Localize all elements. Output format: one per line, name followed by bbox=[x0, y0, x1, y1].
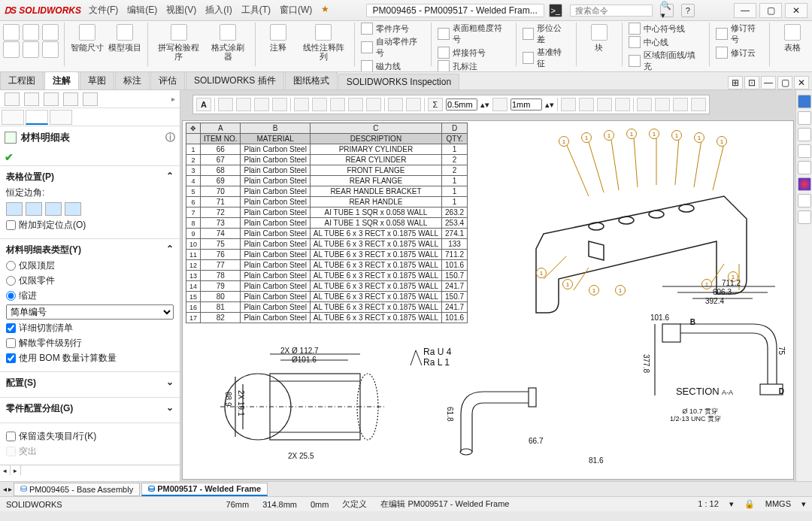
graphics-area[interactable]: A Σ ▴▾ ▴▾ bbox=[180, 90, 795, 481]
settings-icon[interactable] bbox=[42, 41, 59, 58]
table-corner[interactable]: ✥ bbox=[186, 123, 201, 134]
hud-align-justify-icon[interactable] bbox=[272, 98, 287, 111]
tab-markup[interactable]: 标注 bbox=[115, 71, 150, 89]
ribbon-gtol[interactable]: 形位公差 bbox=[523, 23, 570, 45]
corner-bl[interactable] bbox=[45, 202, 62, 216]
balloon[interactable]: 1 bbox=[559, 136, 569, 147]
ribbon-centerline[interactable]: 中心线 bbox=[629, 36, 668, 48]
table-row[interactable]: 570Plain Carbon SteelREAR HANDLE BRACKET… bbox=[186, 186, 468, 197]
ribbon-spell[interactable]: 拼写检验程序 bbox=[154, 23, 203, 61]
table-row[interactable]: 1681Plain Carbon SteelAL TUBE 6 x 3 RECT… bbox=[186, 302, 468, 313]
table-row[interactable]: 772Plain Carbon SteelAI TUBE 1 SQR x 0.0… bbox=[186, 207, 468, 218]
tp-file-explorer-icon[interactable] bbox=[798, 144, 811, 158]
maximize-button[interactable]: ▢ bbox=[759, 3, 782, 18]
table-row[interactable]: 1782Plain Carbon SteelAL TUBE 6 x 3 RECT… bbox=[186, 313, 468, 323]
scroll-right-icon[interactable]: ▸ bbox=[11, 465, 21, 475]
ribbon-smart-dim[interactable]: 智能尺寸 bbox=[71, 23, 104, 52]
status-units[interactable]: MMGS bbox=[765, 499, 791, 509]
status-scale-menu-icon[interactable]: ▾ bbox=[729, 499, 734, 509]
table-row[interactable]: 1277Plain Carbon SteelAL TUBE 6 x 3 RECT… bbox=[186, 260, 468, 271]
ribbon-center-mark[interactable]: 中心符号线 bbox=[629, 23, 685, 35]
pm-tab-3[interactable] bbox=[50, 110, 72, 125]
ribbon-surface-finish[interactable]: 表面粗糙度符号 bbox=[438, 23, 510, 45]
tp-resources-icon[interactable] bbox=[798, 95, 811, 108]
check-keep-missing[interactable]: 保留遗失项目/行(K) bbox=[6, 430, 174, 443]
hud-btn20[interactable] bbox=[691, 98, 706, 111]
ok-button[interactable]: ✔ bbox=[5, 151, 14, 163]
status-scale[interactable]: 1 : 12 bbox=[698, 499, 719, 509]
print-icon[interactable] bbox=[3, 41, 20, 58]
hud-btn7[interactable] bbox=[330, 98, 345, 111]
doc-tab-2[interactable]: ⛁PM009517 - Welded Frame bbox=[141, 483, 268, 496]
ribbon-tables[interactable]: 表格 bbox=[776, 23, 809, 52]
radio-top-only[interactable]: 仅限顶层 bbox=[6, 259, 174, 272]
ribbon-balloon[interactable]: 零件序号 bbox=[361, 23, 409, 35]
balloon[interactable]: 1 bbox=[615, 285, 626, 295]
collapse-icon[interactable]: ⌃ bbox=[166, 244, 174, 256]
tab-sheet-format[interactable]: 图纸格式 bbox=[285, 71, 338, 89]
tp-home-icon[interactable] bbox=[798, 111, 811, 125]
status-units-menu-icon[interactable]: ▾ bbox=[801, 499, 806, 509]
hud-stepper-1[interactable]: ▴▾ bbox=[480, 100, 489, 110]
doc-next-icon[interactable]: ▸ bbox=[8, 485, 12, 493]
check-strike[interactable]: 突出 bbox=[6, 445, 174, 458]
bom-header[interactable]: QTY. bbox=[442, 134, 468, 144]
col-header[interactable]: B bbox=[241, 123, 310, 134]
tab-evaluate[interactable]: 评估 bbox=[150, 71, 185, 89]
hud-input-2[interactable] bbox=[511, 98, 542, 111]
hud-stepper-2[interactable]: ▴▾ bbox=[545, 100, 554, 110]
menu-insert[interactable]: 插入(I) bbox=[205, 4, 232, 17]
table-row[interactable]: 671Plain Carbon SteelREAR HANDLE1 bbox=[186, 197, 468, 207]
search-input[interactable] bbox=[575, 6, 647, 15]
doc-prev-icon[interactable]: ◂ bbox=[3, 485, 7, 493]
ribbon-format-painter[interactable]: 格式涂刷器 bbox=[208, 23, 248, 61]
balloon[interactable]: 1 bbox=[649, 129, 659, 139]
check-use-bom-qty[interactable]: 使用 BOM 数量计算数量 bbox=[6, 352, 174, 365]
bom-header[interactable]: DESCRIPTION bbox=[310, 134, 441, 144]
menu-edit[interactable]: 编辑(E) bbox=[127, 4, 157, 17]
table-row[interactable]: 368Plain Carbon SteelFRONT FLANGE2 bbox=[186, 165, 468, 176]
hud-btn13[interactable] bbox=[561, 98, 576, 111]
pm-tab-2[interactable] bbox=[26, 110, 48, 125]
child-cascade-icon[interactable]: ⊡ bbox=[744, 76, 759, 89]
hud-font-icon[interactable]: A bbox=[196, 98, 211, 111]
col-header[interactable]: A bbox=[201, 123, 241, 134]
ribbon-linear-pattern[interactable]: 线性注释阵列 bbox=[299, 23, 348, 61]
ribbon-block[interactable]: 块 bbox=[583, 23, 616, 52]
hud-btn17[interactable] bbox=[637, 98, 652, 111]
ribbon-rev-symbol[interactable]: 修订符号 bbox=[716, 23, 763, 45]
scroll-left-icon[interactable]: ◂ bbox=[0, 465, 11, 475]
open-icon[interactable] bbox=[23, 24, 39, 41]
fm-tab-3[interactable] bbox=[44, 92, 59, 106]
corner-tr[interactable] bbox=[26, 202, 42, 216]
hud-btn6[interactable] bbox=[312, 98, 327, 111]
fm-tab-1[interactable] bbox=[5, 92, 20, 106]
child-tile-icon[interactable]: ⊞ bbox=[728, 76, 743, 89]
ribbon-model-items[interactable]: 模型项目 bbox=[108, 23, 141, 52]
hud-input-1[interactable] bbox=[446, 98, 477, 111]
hud-btn11[interactable] bbox=[406, 98, 421, 111]
menu-view[interactable]: 视图(V) bbox=[166, 4, 196, 17]
help-icon[interactable]: ? bbox=[681, 4, 695, 17]
ribbon-hatch[interactable]: 区域剖面线/填充 bbox=[629, 50, 703, 72]
balloon[interactable]: 1 bbox=[604, 130, 614, 141]
bom-header[interactable]: MATERIAL bbox=[241, 134, 310, 144]
ribbon-weld-symbol[interactable]: 焊接符号 bbox=[438, 47, 486, 59]
child-min-button[interactable]: — bbox=[761, 76, 776, 89]
child-max-button[interactable]: ▢ bbox=[777, 76, 792, 89]
menu-file[interactable]: 文件(F) bbox=[89, 4, 118, 17]
corner-tl[interactable] bbox=[6, 202, 23, 216]
balloon[interactable]: 1 bbox=[717, 136, 727, 147]
balloon[interactable]: 1 bbox=[694, 132, 704, 143]
hud-lock-icon[interactable] bbox=[655, 98, 670, 111]
tab-addins[interactable]: SOLIDWORKS 插件 bbox=[186, 71, 284, 89]
indent-select[interactable]: 简单编号 bbox=[6, 304, 174, 320]
table-row[interactable]: 166Plain Carbon SteelPRIMARY CYLINDER1 bbox=[186, 144, 468, 155]
ribbon-hole-callout[interactable]: 孔标注 bbox=[438, 60, 477, 72]
tp-forum-icon[interactable] bbox=[798, 211, 811, 224]
ribbon-rev-cloud[interactable]: 修订云 bbox=[716, 47, 756, 59]
table-row[interactable]: 267Plain Carbon SteelREAR CYLINDER2 bbox=[186, 155, 468, 165]
collapse-icon[interactable]: ⌄ bbox=[166, 377, 174, 389]
menu-help-icon[interactable]: ★ bbox=[321, 4, 329, 17]
bom-header[interactable]: ITEM NO. bbox=[201, 134, 241, 144]
